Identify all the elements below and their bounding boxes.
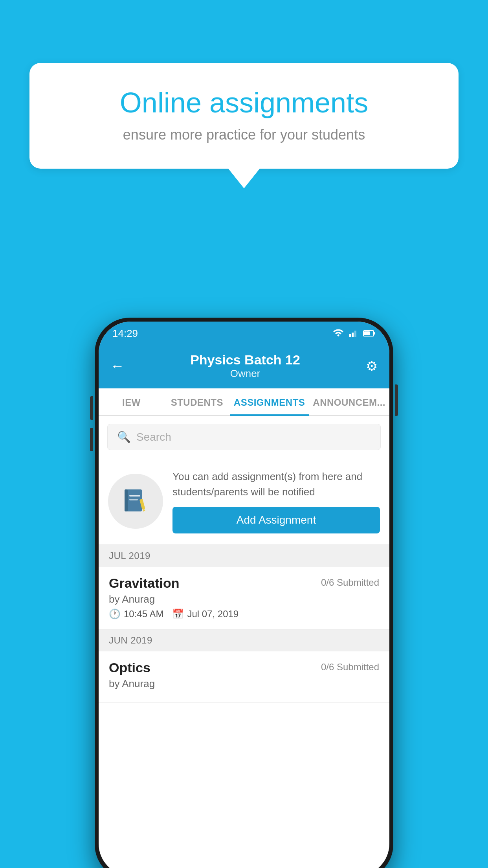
volume-up-button[interactable] xyxy=(90,396,93,420)
svg-rect-1 xyxy=(352,333,354,337)
app-header: ← Physics Batch 12 Owner ⚙ xyxy=(99,345,389,388)
header-title: Physics Batch 12 xyxy=(125,352,366,368)
calendar-icon: 📅 xyxy=(172,609,184,620)
tabs-bar: IEW STUDENTS ASSIGNMENTS ANNOUNCEM... xyxy=(99,388,389,416)
speech-bubble-container: Online assignments ensure more practice … xyxy=(29,63,459,188)
assignment-item-gravitation[interactable]: Gravitation 0/6 Submitted by Anurag 🕐 10… xyxy=(99,567,389,629)
add-assignment-content: You can add assignment(s) from here and … xyxy=(172,469,380,533)
svg-rect-9 xyxy=(129,499,138,500)
optics-submitted: 0/6 Submitted xyxy=(321,660,379,673)
header-center: Physics Batch 12 Owner xyxy=(125,352,366,380)
svg-rect-7 xyxy=(125,489,128,511)
status-icons xyxy=(332,329,376,338)
tab-students[interactable]: STUDENTS xyxy=(164,388,230,415)
svg-rect-5 xyxy=(374,332,375,335)
status-bar: 14:29 xyxy=(99,322,389,345)
clock-icon: 🕐 xyxy=(109,609,121,620)
svg-rect-2 xyxy=(354,331,356,337)
tab-assignments[interactable]: ASSIGNMENTS xyxy=(230,388,309,415)
assignment-by: by Anurag xyxy=(109,593,379,605)
status-time: 14:29 xyxy=(112,327,138,340)
speech-bubble: Online assignments ensure more practice … xyxy=(29,63,459,169)
notebook-icon xyxy=(121,487,150,515)
search-container: 🔍 Search xyxy=(99,416,389,458)
optics-by: by Anurag xyxy=(109,678,379,690)
add-assignment-section: You can add assignment(s) from here and … xyxy=(99,458,389,545)
volume-down-button[interactable] xyxy=(90,428,93,451)
assignment-item-optics[interactable]: Optics 0/6 Submitted by Anurag xyxy=(99,651,389,703)
add-assignment-description: You can add assignment(s) from here and … xyxy=(172,469,380,500)
add-assignment-button[interactable]: Add Assignment xyxy=(172,507,380,533)
svg-rect-0 xyxy=(349,334,351,337)
signal-icon xyxy=(349,329,358,337)
phone-frame: 14:29 xyxy=(95,318,393,868)
phone-screen: 14:29 xyxy=(99,322,389,868)
header-subtitle: Owner xyxy=(125,368,366,380)
assignment-date: 📅 Jul 07, 2019 xyxy=(172,609,238,620)
settings-icon[interactable]: ⚙ xyxy=(366,358,378,374)
assignment-item-header: Gravitation 0/6 Submitted xyxy=(109,576,379,591)
search-placeholder: Search xyxy=(136,431,171,443)
power-button[interactable] xyxy=(395,384,398,416)
optics-name: Optics xyxy=(109,660,150,675)
speech-bubble-tail xyxy=(228,169,260,188)
month-divider-jul: JUL 2019 xyxy=(99,545,389,567)
svg-rect-4 xyxy=(364,331,370,335)
assignment-time: 🕐 10:45 AM xyxy=(109,609,163,620)
svg-rect-8 xyxy=(129,495,140,497)
back-button[interactable]: ← xyxy=(110,358,125,374)
assignment-name: Gravitation xyxy=(109,576,179,591)
bubble-subtitle: ensure more practice for your students xyxy=(57,127,431,143)
wifi-icon xyxy=(332,329,344,338)
tab-iew[interactable]: IEW xyxy=(99,388,164,415)
bubble-title: Online assignments xyxy=(57,86,431,119)
battery-icon xyxy=(363,330,376,337)
month-divider-jun: JUN 2019 xyxy=(99,629,389,651)
assignment-icon-circle xyxy=(108,474,163,529)
assignment-submitted: 0/6 Submitted xyxy=(321,576,379,588)
assignment-meta: 🕐 10:45 AM 📅 Jul 07, 2019 xyxy=(109,609,379,620)
optics-header: Optics 0/6 Submitted xyxy=(109,660,379,675)
search-bar[interactable]: 🔍 Search xyxy=(107,424,381,450)
search-icon: 🔍 xyxy=(117,430,131,443)
tab-announcements[interactable]: ANNOUNCEM... xyxy=(309,388,389,415)
